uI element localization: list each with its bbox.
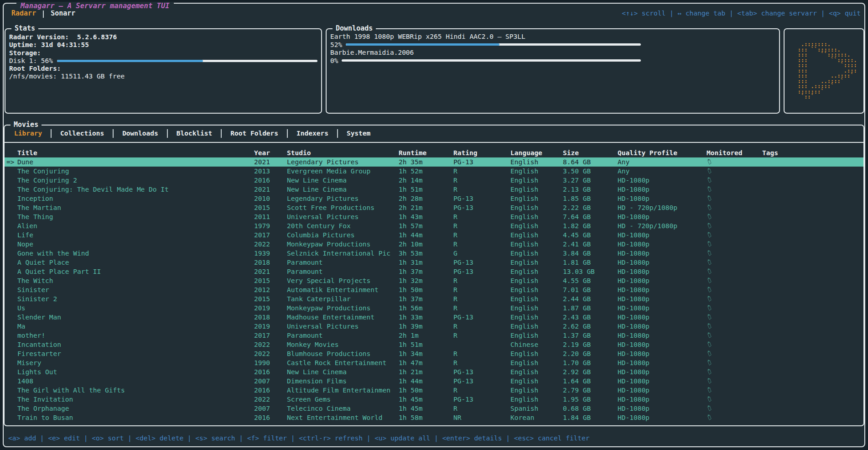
movies-tab-collections[interactable]: Collections (54, 129, 110, 138)
table-row[interactable]: Incantation 2022 Monkey Movies 1h 51m Ch… (5, 340, 863, 349)
cell-quality-profile: HD-1080p (618, 176, 707, 185)
table-row[interactable]: The Invitation 2022 Screen Gems 1h 45m P… (5, 395, 863, 404)
monitored-tag-icon (707, 341, 712, 348)
download-progressbar (342, 59, 641, 62)
table-row[interactable]: => Dune 2021 Legendary Pictures 2h 35m P… (5, 157, 863, 167)
cell-rating: PG-13 (453, 194, 510, 203)
table-row[interactable]: Life 2017 Columbia Pictures 1h 44m R Eng… (5, 230, 863, 240)
cell-tags (762, 340, 863, 349)
table-row[interactable]: A Quiet Place Part II 2021 Paramount 1h … (5, 267, 863, 276)
cell-quality-profile: HD-1080p (618, 377, 707, 386)
cell-rating: R (453, 230, 510, 240)
cell-studio: Selznick International Pic (287, 249, 399, 258)
selected-row-marker (5, 185, 17, 194)
cell-size: 2.44 GB (563, 294, 618, 303)
table-row[interactable]: Misery 1990 Castle Rock Entertainment 1h… (5, 358, 863, 367)
movies-tab-system[interactable]: System (341, 129, 376, 138)
table-row[interactable]: The Witch 2015 Very Special Projects 1h … (5, 276, 863, 285)
cell-monitored (707, 157, 762, 167)
cell-title: Misery (17, 358, 254, 367)
table-row[interactable]: The Girl with All the Gifts 2016 Altitud… (5, 386, 863, 395)
table-row[interactable]: The Orphanage 2007 Telecinco Cinema 1h 4… (5, 404, 863, 413)
cell-year: 2018 (254, 313, 287, 322)
cell-tags (762, 221, 863, 230)
cell-rating: R (453, 294, 510, 303)
table-row[interactable]: Inception 2010 Legendary Pictures 2h 28m… (5, 194, 863, 203)
movies-tab-library[interactable]: Library (8, 129, 48, 138)
monitored-tag-icon (707, 158, 712, 165)
cell-title: mother! (17, 331, 254, 340)
cell-tags (762, 413, 863, 422)
cell-monitored (707, 258, 762, 267)
cell-runtime: 1h 50m (399, 386, 453, 395)
table-row[interactable]: A Quiet Place 2018 Paramount 1h 31m PG-1… (5, 258, 863, 267)
cell-size: 1.85 GB (563, 194, 618, 203)
cell-studio: Madhouse Entertainment (287, 313, 399, 322)
movies-tab-downloads[interactable]: Downloads (116, 129, 164, 138)
movies-tab-root-folders[interactable]: Root Folders (224, 129, 284, 138)
table-row[interactable]: The Conjuring 2013 Evergreen Media Group… (5, 167, 863, 176)
cell-tags (762, 194, 863, 203)
cell-monitored (707, 340, 762, 349)
cell-tags (762, 349, 863, 358)
monitored-tag-icon (707, 222, 712, 229)
table-row[interactable]: Slender Man 2018 Madhouse Entertainment … (5, 313, 863, 322)
cell-studio: Columbia Pictures (287, 230, 399, 240)
table-row[interactable]: Us 2019 Monkeypaw Productions 1h 56m R E… (5, 303, 863, 313)
cell-tags (762, 331, 863, 340)
cell-rating: PG-13 (453, 395, 510, 404)
table-row[interactable]: The Conjuring: The Devil Made Me Do It 2… (5, 185, 863, 194)
cell-language: English (510, 313, 563, 322)
cell-quality-profile: HD - 720p/1080p (618, 203, 707, 212)
cell-studio: Legendary Pictures (287, 194, 399, 203)
col-header-language: Language (510, 148, 563, 157)
table-row[interactable]: Gone with the Wind 1939 Selznick Interna… (5, 249, 863, 258)
selected-row-marker (5, 413, 17, 422)
movies-tab-indexers[interactable]: Indexers (291, 129, 334, 138)
cell-runtime: 1h 51m (399, 340, 453, 349)
tab-separator (51, 129, 52, 138)
downloads-panel: Downloads Earth 1998 1080p WEBRip x265 H… (326, 28, 780, 114)
cell-language: English (510, 331, 563, 340)
table-row[interactable]: Ma 2019 Universal Pictures 1h 39m R Engl… (5, 322, 863, 331)
cell-runtime: 1h 43m (399, 212, 453, 221)
table-row[interactable]: The Martian 2015 Scott Free Productions … (5, 203, 863, 212)
cell-language: English (510, 294, 563, 303)
cell-monitored (707, 395, 762, 404)
selected-row-marker (5, 176, 17, 185)
table-row[interactable]: Train to Busan 2016 Next Entertainment W… (5, 413, 863, 422)
cell-language: English (510, 194, 563, 203)
cell-quality-profile: HD-1080p (618, 340, 707, 349)
cell-tags (762, 249, 863, 258)
table-row[interactable]: Sinister 2 2015 Tank Caterpillar 1h 37m … (5, 294, 863, 303)
cell-title: The Witch (17, 276, 254, 285)
table-row[interactable]: Alien 1979 20th Century Fox 1h 57m R Eng… (5, 221, 863, 230)
table-row[interactable]: Lights Out 2016 New Line Cinema 1h 21m P… (5, 367, 863, 377)
table-row[interactable]: The Conjuring 2 2016 New Line Cinema 2h … (5, 176, 863, 185)
cell-studio: Tank Caterpillar (287, 294, 399, 303)
cell-quality-profile: HD-1080p (618, 276, 707, 285)
cell-title: Us (17, 303, 254, 313)
table-row[interactable]: Sinister 2012 Automatik Entertainment 1h… (5, 285, 863, 294)
table-row[interactable]: Nope 2022 Monkeypaw Productions 2h 10m R… (5, 240, 863, 249)
stat-uptime-line: Uptime: 31d 04:31:55 (9, 41, 317, 49)
uptime-label: Uptime: (9, 41, 37, 49)
selected-row-marker (5, 358, 17, 367)
disk-usage-line: Disk 1: 56% (9, 57, 317, 65)
cell-title: Life (17, 230, 254, 240)
cell-size: 3.84 GB (563, 249, 618, 258)
cell-monitored (707, 194, 762, 203)
table-row[interactable]: mother! 2017 Paramount 2h 1m R English 1… (5, 331, 863, 340)
cell-rating: R (453, 322, 510, 331)
cell-tags (762, 386, 863, 395)
monitored-tag-icon (707, 405, 712, 412)
table-row[interactable]: The Thing 2011 Universal Pictures 1h 43m… (5, 212, 863, 221)
cell-title: The Thing (17, 212, 254, 221)
movies-tab-blocklist[interactable]: Blocklist (171, 129, 218, 138)
table-row[interactable]: 1408 2007 Dimension Films 1h 44m PG-13 E… (5, 377, 863, 386)
selected-row-marker (5, 258, 17, 267)
selected-row-marker (5, 167, 17, 176)
cell-year: 2019 (254, 322, 287, 331)
table-row[interactable]: Firestarter 2022 Blumhouse Productions 1… (5, 349, 863, 358)
cell-runtime: 2h 28m (399, 194, 453, 203)
